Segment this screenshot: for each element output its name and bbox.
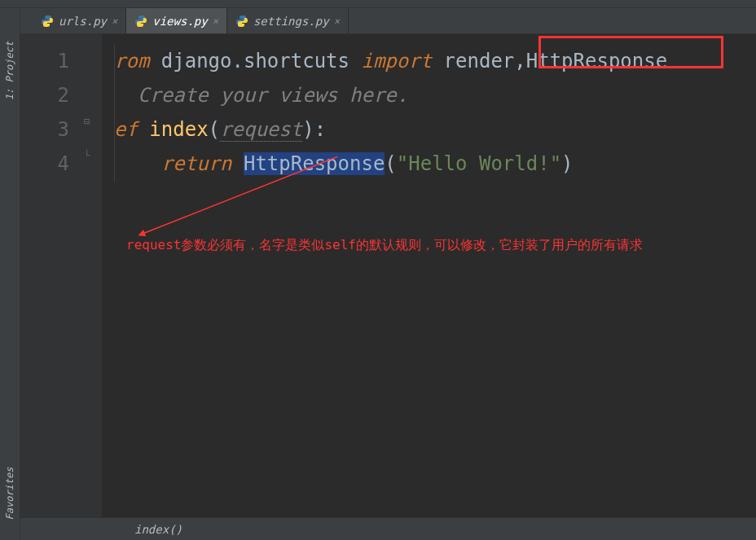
- tab-settings[interactable]: settings.py ×: [227, 8, 349, 33]
- python-file-icon: [41, 15, 54, 28]
- line-number-gutter: 1 2 3 4: [20, 34, 77, 517]
- code-text-area[interactable]: rom django.shortcuts import render,HttpR…: [102, 34, 756, 517]
- editor-content[interactable]: 1 2 3 4 ⊟ └ rom django.shortcuts import …: [20, 34, 756, 517]
- breadcrumb-function[interactable]: index(): [134, 523, 182, 536]
- indent-guide: [114, 44, 115, 182]
- fold-end-icon: └: [84, 150, 95, 161]
- fold-indicator-icon[interactable]: ⊟: [84, 116, 95, 127]
- tab-label: urls.py: [59, 15, 107, 28]
- top-toolbar: [0, 0, 756, 8]
- python-file-icon: [134, 15, 147, 28]
- left-tool-gutter: 1: Project Favorites: [0, 8, 20, 540]
- line-number: 1: [20, 44, 69, 78]
- tab-label: settings.py: [253, 15, 329, 28]
- line-number: 2: [20, 78, 69, 112]
- close-icon[interactable]: ×: [112, 15, 117, 27]
- close-icon[interactable]: ×: [334, 15, 340, 27]
- breadcrumb-bar[interactable]: index(): [20, 517, 756, 540]
- close-icon[interactable]: ×: [213, 15, 218, 27]
- code-line-1: rom django.shortcuts import render,HttpR…: [114, 44, 752, 78]
- tabs-bar: urls.py × views.py × settings.py ×: [20, 8, 756, 34]
- line-number: 3: [20, 112, 69, 147]
- line-number: 4: [20, 147, 69, 181]
- editor-area: urls.py × views.py × settings.py × 1: [20, 8, 756, 540]
- fold-gutter: ⊟ └: [77, 34, 102, 517]
- tab-urls[interactable]: urls.py ×: [33, 8, 126, 33]
- code-line-2: Create your views here.: [114, 78, 752, 112]
- annotation-text: request参数必须有，名字是类似self的默认规则，可以修改，它封装了用户的…: [126, 235, 643, 256]
- code-line-4: return HttpResponse("Hello World!"): [114, 147, 752, 181]
- main-area: 1: Project Favorites urls.py × views.py …: [0, 8, 756, 540]
- python-file-icon: [235, 15, 248, 28]
- favorites-tool-tab[interactable]: Favorites: [4, 467, 15, 520]
- tab-views[interactable]: views.py ×: [126, 8, 227, 33]
- code-line-3: ef index(request):: [114, 112, 752, 147]
- project-tool-tab[interactable]: 1: Project: [4, 42, 15, 100]
- tab-label: views.py: [152, 15, 207, 28]
